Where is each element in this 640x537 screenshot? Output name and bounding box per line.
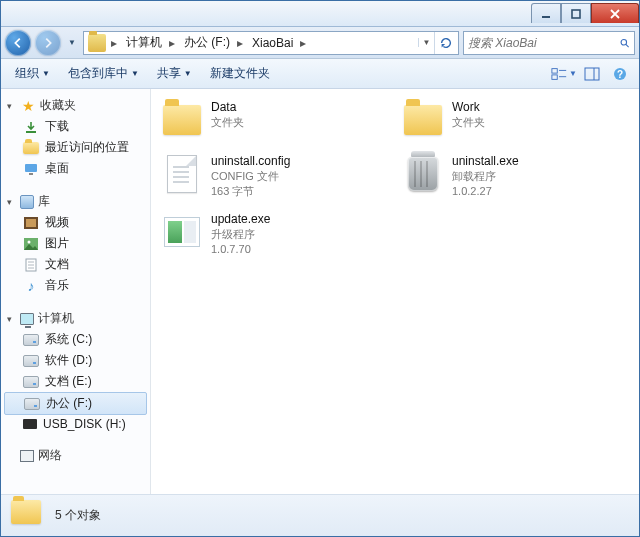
command-bar: 组织▼ 包含到库中▼ 共享▼ 新建文件夹 ▼ ?	[1, 59, 639, 89]
library-icon	[20, 195, 34, 209]
update-icon	[161, 211, 203, 253]
search-icon	[619, 35, 630, 51]
sidebar-group-libraries[interactable]: 库	[1, 191, 150, 212]
navbar: ▼ ▸ 计算机 ▸ 办公 (F:) ▸ XiaoBai ▸ ▼	[1, 27, 639, 59]
breadcrumb-sep: ▸	[166, 32, 178, 54]
file-item-config[interactable]: uninstall.configCONFIG 文件163 字节	[159, 149, 390, 203]
forward-button[interactable]	[35, 30, 61, 56]
view-button[interactable]: ▼	[551, 63, 577, 85]
sidebar-item-drive-d[interactable]: 软件 (D:)	[1, 350, 150, 371]
search-input[interactable]	[468, 36, 619, 50]
sidebar-group-computer[interactable]: 计算机	[1, 308, 150, 329]
sidebar-item-drive-f[interactable]: 办公 (F:)	[4, 392, 147, 415]
star-icon: ★	[20, 98, 36, 114]
sidebar-item-drive-usb[interactable]: USB_DISK (H:)	[1, 415, 150, 433]
file-list[interactable]: Data文件夹 Work文件夹 uninstall.configCONFIG 文…	[151, 89, 639, 494]
svg-text:?: ?	[617, 69, 623, 80]
video-icon	[23, 215, 39, 231]
breadcrumb-seg[interactable]: 办公 (F:)	[178, 32, 234, 54]
file-item-folder[interactable]: Data文件夹	[159, 95, 390, 145]
folder-icon	[402, 99, 444, 141]
svg-rect-14	[29, 173, 33, 175]
svg-rect-8	[585, 68, 599, 80]
breadcrumb-sep: ▸	[108, 32, 120, 54]
computer-icon	[20, 313, 34, 325]
status-text: 5 个对象	[55, 507, 101, 524]
folder-icon	[11, 500, 43, 532]
folder-icon	[88, 34, 106, 52]
address-dropdown[interactable]: ▼	[418, 38, 434, 47]
svg-line-3	[626, 44, 629, 47]
new-folder-button[interactable]: 新建文件夹	[202, 62, 278, 85]
sidebar-item-documents[interactable]: 文档	[1, 254, 150, 275]
include-library-button[interactable]: 包含到库中▼	[60, 62, 147, 85]
sidebar-item-pictures[interactable]: 图片	[1, 233, 150, 254]
refresh-button[interactable]	[434, 32, 456, 54]
close-button[interactable]	[591, 3, 639, 23]
svg-rect-1	[572, 10, 580, 18]
minimize-button[interactable]	[531, 3, 561, 23]
organize-button[interactable]: 组织▼	[7, 62, 58, 85]
nav-history-dropdown[interactable]: ▼	[65, 30, 79, 56]
download-icon	[23, 119, 39, 135]
search-box[interactable]	[463, 31, 635, 55]
back-button[interactable]	[5, 30, 31, 56]
file-item-folder[interactable]: Work文件夹	[400, 95, 631, 145]
sidebar-item-recent[interactable]: 最近访问的位置	[1, 137, 150, 158]
document-icon	[23, 257, 39, 273]
body: ★收藏夹 下载 最近访问的位置 桌面 库 视频 图片 文档 ♪音乐 计算机 系统…	[1, 89, 639, 494]
svg-rect-16	[26, 219, 36, 227]
sidebar-item-downloads[interactable]: 下载	[1, 116, 150, 137]
share-button[interactable]: 共享▼	[149, 62, 200, 85]
svg-rect-4	[552, 68, 557, 72]
folder-icon	[161, 99, 203, 141]
drive-icon	[23, 334, 39, 346]
file-item-update[interactable]: update.exe升级程序1.0.7.70	[159, 207, 390, 261]
breadcrumb-seg[interactable]: XiaoBai	[246, 32, 297, 54]
svg-rect-13	[25, 164, 37, 172]
nav-pane: ★收藏夹 下载 最近访问的位置 桌面 库 视频 图片 文档 ♪音乐 计算机 系统…	[1, 89, 151, 494]
usb-icon	[23, 419, 37, 429]
file-item-uninstall[interactable]: uninstall.exe卸载程序1.0.2.27	[400, 149, 631, 203]
sidebar-item-videos[interactable]: 视频	[1, 212, 150, 233]
trash-icon	[402, 153, 444, 195]
drive-icon	[24, 398, 40, 410]
desktop-icon	[23, 161, 39, 177]
drive-icon	[23, 355, 39, 367]
preview-pane-button[interactable]	[579, 63, 605, 85]
sidebar-item-desktop[interactable]: 桌面	[1, 158, 150, 179]
sidebar-group-favorites[interactable]: ★收藏夹	[1, 95, 150, 116]
music-icon: ♪	[23, 278, 39, 294]
sidebar-group-network[interactable]: 网络	[1, 445, 150, 466]
svg-rect-0	[542, 16, 550, 18]
status-bar: 5 个对象	[1, 494, 639, 536]
svg-rect-5	[552, 74, 557, 78]
file-icon	[161, 153, 203, 195]
address-bar[interactable]: ▸ 计算机 ▸ 办公 (F:) ▸ XiaoBai ▸ ▼	[83, 31, 459, 55]
window-buttons	[531, 4, 639, 23]
svg-point-18	[28, 240, 31, 243]
titlebar	[1, 1, 639, 27]
maximize-button[interactable]	[561, 3, 591, 23]
recent-icon	[23, 140, 39, 156]
help-button[interactable]: ?	[607, 63, 633, 85]
svg-point-2	[621, 39, 627, 45]
breadcrumb-sep: ▸	[234, 32, 246, 54]
picture-icon	[23, 236, 39, 252]
svg-rect-12	[26, 131, 36, 133]
drive-icon	[23, 376, 39, 388]
breadcrumb-seg[interactable]: 计算机	[120, 32, 166, 54]
sidebar-item-drive-e[interactable]: 文档 (E:)	[1, 371, 150, 392]
sidebar-item-drive-c[interactable]: 系统 (C:)	[1, 329, 150, 350]
explorer-window: ▼ ▸ 计算机 ▸ 办公 (F:) ▸ XiaoBai ▸ ▼ 组织▼ 包含到库…	[0, 0, 640, 537]
sidebar-item-music[interactable]: ♪音乐	[1, 275, 150, 296]
network-icon	[20, 450, 34, 462]
breadcrumb-sep: ▸	[297, 32, 309, 54]
